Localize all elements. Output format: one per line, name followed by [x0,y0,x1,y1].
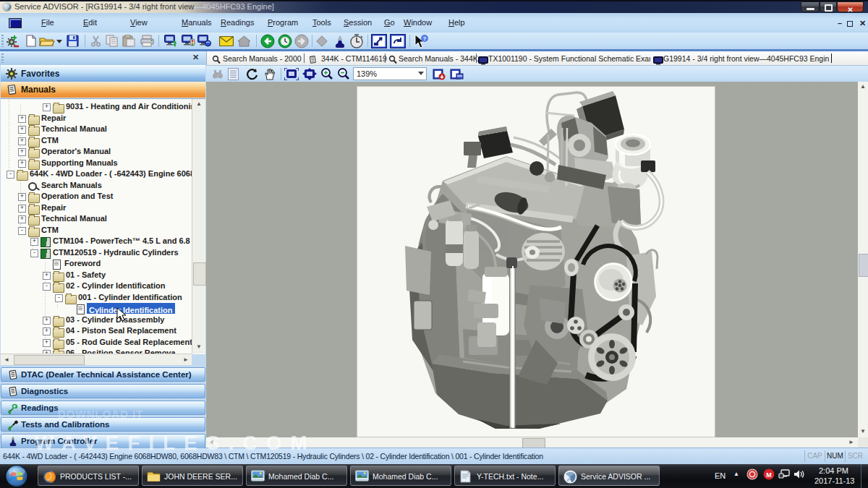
svg-text:M: M [766,471,772,479]
svg-text:?: ? [423,35,427,42]
